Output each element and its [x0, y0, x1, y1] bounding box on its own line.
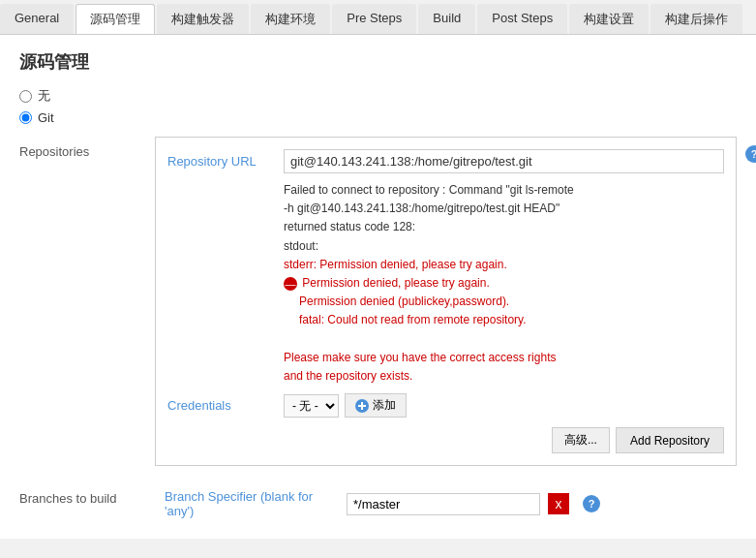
tab-post-steps[interactable]: Post Steps: [477, 4, 567, 34]
error-line7: Permission denied (publickey,password).: [299, 294, 509, 308]
add-icon: [355, 399, 369, 413]
help-icon-repo[interactable]: ?: [745, 145, 756, 163]
credentials-select[interactable]: - 无 -: [284, 394, 339, 418]
radio-git-item: Git: [19, 110, 737, 125]
repositories-label: Repositories: [19, 137, 145, 466]
error-line6: Permission denied, please try again.: [302, 276, 489, 290]
error-line10: Please make sure you have the correct ac…: [284, 351, 556, 364]
main-content: 源码管理 无 Git Repositories ? Repository URL: [0, 35, 756, 539]
tab-settings[interactable]: 构建设置: [569, 4, 649, 34]
error-line2: -h git@140.143.241.138:/home/gitrepo/tes…: [284, 202, 559, 215]
tab-triggers[interactable]: 构建触发器: [157, 4, 249, 34]
branches-to-build-label: Branches to build: [19, 485, 145, 518]
tab-source[interactable]: 源码管理: [76, 4, 155, 34]
repositories-content: ? Repository URL Failed to connect to re…: [145, 137, 737, 466]
error-line4: stdout:: [284, 239, 318, 253]
add-credentials-button[interactable]: 添加: [345, 393, 407, 418]
tab-env[interactable]: 构建环境: [251, 4, 330, 34]
radio-none-item: 无: [19, 87, 737, 105]
credentials-row: Credentials - 无 - 添加: [167, 393, 724, 418]
add-repository-button[interactable]: Add Repository: [616, 427, 724, 453]
repo-box: ? Repository URL Failed to connect to re…: [155, 137, 737, 466]
radio-git[interactable]: [19, 111, 32, 124]
error-line3: returned status code 128:: [284, 220, 415, 233]
branches-bottom: Branches to build Branch Specifier (blan…: [19, 485, 737, 518]
url-input[interactable]: [284, 149, 724, 173]
radio-group: 无 Git: [19, 87, 737, 125]
branch-specifier-input[interactable]: [347, 493, 540, 515]
tab-general[interactable]: General: [0, 4, 74, 34]
radio-none[interactable]: [19, 90, 32, 103]
tab-post-build[interactable]: 构建后操作: [650, 4, 742, 34]
error-line8: fatal: Could not read from remote reposi…: [299, 313, 527, 326]
error-line11: and the repository exists.: [284, 369, 412, 383]
url-label: Repository URL: [167, 154, 284, 169]
radio-none-label: 无: [38, 87, 50, 105]
error-line1: Failed to connect to repository : Comman…: [284, 183, 574, 197]
action-row: 高级... Add Repository: [167, 427, 724, 453]
tab-bar: General 源码管理 构建触发器 构建环境 Pre Steps Build …: [0, 0, 756, 35]
error-block: Failed to connect to repository : Comman…: [284, 181, 724, 386]
tab-build[interactable]: Build: [418, 4, 475, 34]
branch-specifier-label: Branch Specifier (blank for 'any'): [165, 489, 339, 518]
add-button-label: 添加: [373, 397, 396, 414]
tab-pre-steps[interactable]: Pre Steps: [332, 4, 416, 34]
help-icon-branch[interactable]: ?: [583, 495, 600, 512]
radio-git-label: Git: [38, 110, 54, 125]
error-line5: stderr: Permission denied, please try ag…: [284, 258, 507, 271]
credentials-label: Credentials: [167, 398, 284, 413]
advanced-button[interactable]: 高级...: [552, 427, 610, 453]
branches-row: Branch Specifier (blank for 'any') x ?: [165, 489, 737, 518]
delete-branch-button[interactable]: x: [548, 493, 569, 514]
url-row: Repository URL: [167, 149, 724, 173]
error-icon: —: [284, 277, 297, 291]
branches-section: Branches to build Branch Specifier (blan…: [19, 485, 737, 518]
repositories-section: Repositories ? Repository URL Failed to …: [19, 137, 737, 466]
page-title: 源码管理: [19, 50, 737, 74]
branches-content: Branch Specifier (blank for 'any') x ?: [155, 485, 737, 518]
